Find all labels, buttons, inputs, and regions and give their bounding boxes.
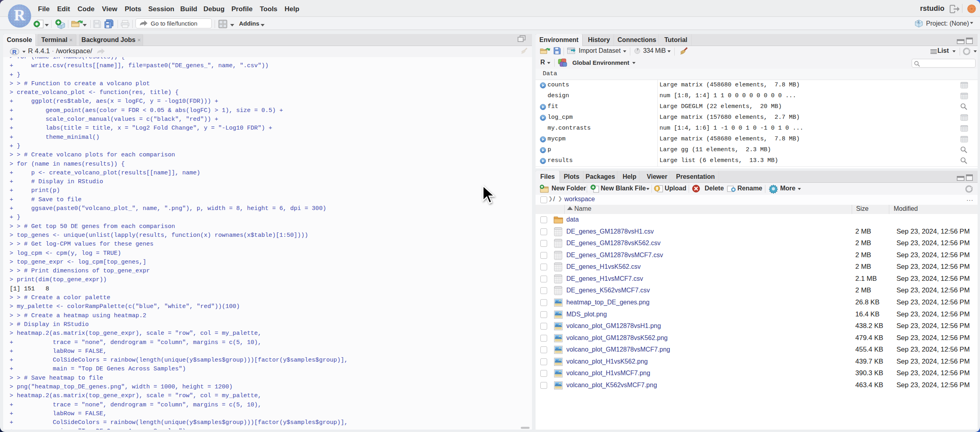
svg-text:R: R [918, 20, 920, 24]
svg-text:R: R [12, 48, 17, 55]
